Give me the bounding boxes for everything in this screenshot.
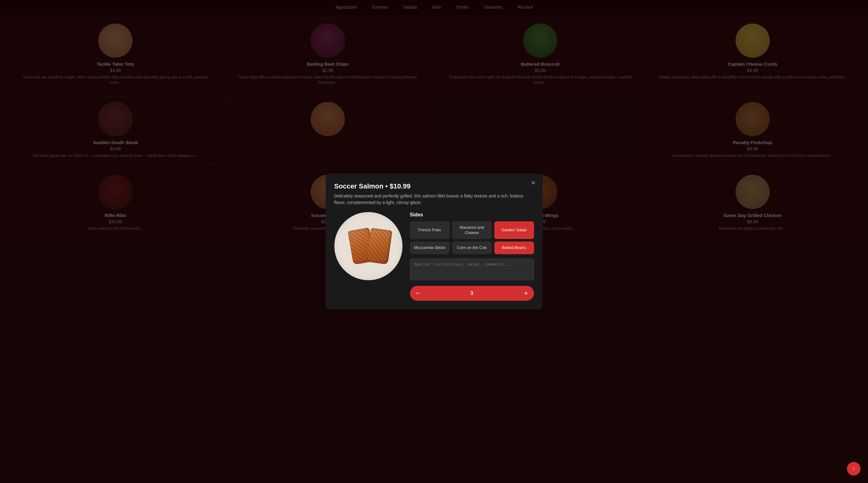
modal-close-button[interactable]: ✕ (529, 179, 538, 187)
modal-body: Sides French FriesMacaroni and CheeseGar… (334, 212, 534, 301)
quantity-value: 3 (426, 290, 519, 296)
side-button-4[interactable]: Corn on the Cob (452, 242, 492, 254)
scroll-to-top-button[interactable]: ↑ (847, 462, 861, 476)
side-button-3[interactable]: Mozzarella Sticks (410, 242, 450, 254)
quantity-plus-button[interactable]: + (519, 286, 534, 301)
sides-grid: French FriesMacaroni and CheeseGarden Sa… (410, 221, 534, 255)
sides-label: Sides (410, 212, 534, 218)
modal-overlay[interactable]: ✕ Soccer Salmon • $10.99 Delicately seas… (0, 0, 868, 483)
modal-title: Soccer Salmon • $10.99 (334, 182, 534, 190)
modal-description: Delicately seasoned and perfectly grille… (334, 193, 534, 206)
special-instructions-input[interactable] (410, 259, 534, 280)
grill-lines-2 (366, 228, 392, 264)
side-button-2[interactable]: Garden Salad (494, 221, 534, 239)
modal-dialog: ✕ Soccer Salmon • $10.99 Delicately seas… (326, 173, 543, 310)
side-button-0[interactable]: French Fries (410, 221, 450, 239)
side-button-5[interactable]: Baked Beans (494, 242, 534, 254)
modal-food-image (334, 212, 403, 280)
salmon-piece-right (366, 228, 392, 264)
quantity-row: − 3 + (410, 286, 534, 301)
quantity-minus-button[interactable]: − (410, 286, 426, 301)
salmon-plate (334, 212, 403, 280)
modal-right-panel: Sides French FriesMacaroni and CheeseGar… (410, 212, 534, 301)
side-button-1[interactable]: Macaroni and Cheese (452, 221, 492, 239)
